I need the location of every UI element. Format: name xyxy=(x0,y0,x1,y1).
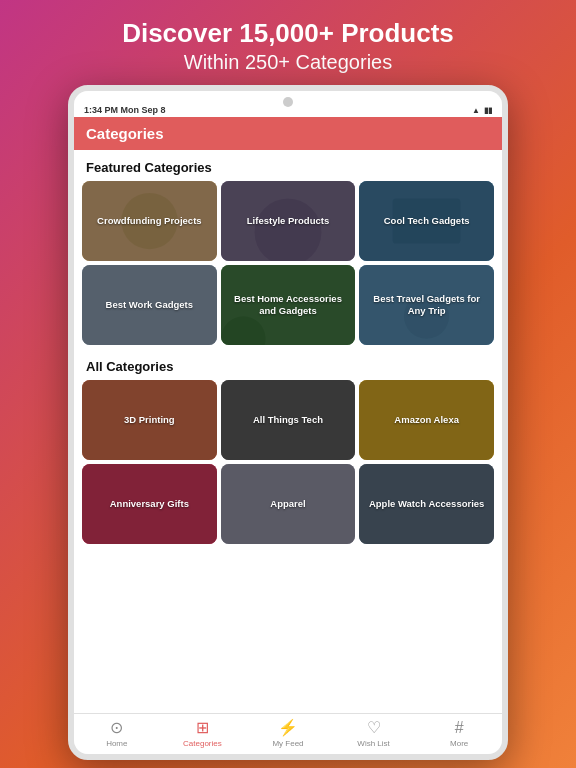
category-label: Amazon Alexa xyxy=(394,414,459,426)
category-3dprint[interactable]: 3D Printing xyxy=(82,380,217,460)
tab-myfeed-label: My Feed xyxy=(272,739,303,748)
category-overlay: Cool Tech Gadgets xyxy=(359,181,494,261)
category-label: Cool Tech Gadgets xyxy=(384,215,470,227)
tab-bar: ⊙ Home ⊞ Categories ⚡ My Feed ♡ Wish Lis… xyxy=(74,713,502,754)
tab-categories-label: Categories xyxy=(183,739,222,748)
category-label: Crowdfunding Projects xyxy=(97,215,202,227)
tab-myfeed[interactable]: ⚡ My Feed xyxy=(245,718,331,748)
category-label: Anniversary Gifts xyxy=(110,498,189,510)
category-overlay: Amazon Alexa xyxy=(359,380,494,460)
category-overlay: Anniversary Gifts xyxy=(82,464,217,544)
category-overlay: Lifestyle Products xyxy=(221,181,356,261)
category-workgadgets[interactable]: Best Work Gadgets xyxy=(82,265,217,345)
wishlist-icon: ♡ xyxy=(367,718,381,737)
category-label: Best Home Accessories and Gadgets xyxy=(225,293,352,318)
category-alltech[interactable]: All Things Tech xyxy=(221,380,356,460)
category-overlay: Best Home Accessories and Gadgets xyxy=(221,265,356,345)
category-label: Best Travel Gadgets for Any Trip xyxy=(363,293,490,318)
category-overlay: 3D Printing xyxy=(82,380,217,460)
home-icon: ⊙ xyxy=(110,718,123,737)
battery-icon: ▮▮ xyxy=(484,106,492,115)
category-homeacc[interactable]: Best Home Accessories and Gadgets xyxy=(221,265,356,345)
category-apparel[interactable]: Apparel xyxy=(221,464,356,544)
featured-section-title: Featured Categories xyxy=(74,150,502,181)
category-label: 3D Printing xyxy=(124,414,175,426)
category-label: All Things Tech xyxy=(253,414,323,426)
category-overlay: Crowdfunding Projects xyxy=(82,181,217,261)
category-label: Apparel xyxy=(270,498,305,510)
device-frame: 1:34 PM Mon Sep 8 ▲ ▮▮ Categories Featur… xyxy=(68,85,508,760)
myfeed-icon: ⚡ xyxy=(278,718,298,737)
category-overlay: Apparel xyxy=(221,464,356,544)
status-icons: ▲ ▮▮ xyxy=(472,106,492,115)
header-line2: Within 250+ Categories xyxy=(122,49,454,75)
category-overlay: Apple Watch Accessories xyxy=(359,464,494,544)
all-section-title: All Categories xyxy=(74,349,502,380)
tab-home-label: Home xyxy=(106,739,127,748)
featured-grid: Crowdfunding Projects Lifestyle Products… xyxy=(74,181,502,349)
category-anniversary[interactable]: Anniversary Gifts xyxy=(82,464,217,544)
content-area: Featured Categories Crowdfunding Project… xyxy=(74,150,502,713)
category-travel[interactable]: Best Travel Gadgets for Any Trip xyxy=(359,265,494,345)
wifi-icon: ▲ xyxy=(472,106,480,115)
device-camera xyxy=(283,97,293,107)
category-alexa[interactable]: Amazon Alexa xyxy=(359,380,494,460)
nav-title: Categories xyxy=(86,125,490,142)
all-categories-grid: 3D Printing All Things Tech Amazon Alexa… xyxy=(74,380,502,548)
tab-more[interactable]: # More xyxy=(416,719,502,748)
tab-home[interactable]: ⊙ Home xyxy=(74,718,160,748)
tab-more-label: More xyxy=(450,739,468,748)
category-overlay: Best Work Gadgets xyxy=(82,265,217,345)
category-cooltech[interactable]: Cool Tech Gadgets xyxy=(359,181,494,261)
tab-categories[interactable]: ⊞ Categories xyxy=(160,718,246,748)
header-line1: Discover 15,000+ Products xyxy=(122,18,454,49)
category-overlay: All Things Tech xyxy=(221,380,356,460)
category-label: Lifestyle Products xyxy=(247,215,329,227)
status-time: 1:34 PM Mon Sep 8 xyxy=(84,105,166,115)
nav-bar: Categories xyxy=(74,117,502,150)
category-label: Best Work Gadgets xyxy=(106,299,193,311)
category-label: Apple Watch Accessories xyxy=(369,498,484,510)
categories-icon: ⊞ xyxy=(196,718,209,737)
tab-wishlist[interactable]: ♡ Wish List xyxy=(331,718,417,748)
category-lifestyle[interactable]: Lifestyle Products xyxy=(221,181,356,261)
category-applewatch[interactable]: Apple Watch Accessories xyxy=(359,464,494,544)
app-header: Discover 15,000+ Products Within 250+ Ca… xyxy=(102,0,474,85)
category-crowdfunding[interactable]: Crowdfunding Projects xyxy=(82,181,217,261)
category-overlay: Best Travel Gadgets for Any Trip xyxy=(359,265,494,345)
tab-wishlist-label: Wish List xyxy=(357,739,389,748)
more-icon: # xyxy=(455,719,464,737)
